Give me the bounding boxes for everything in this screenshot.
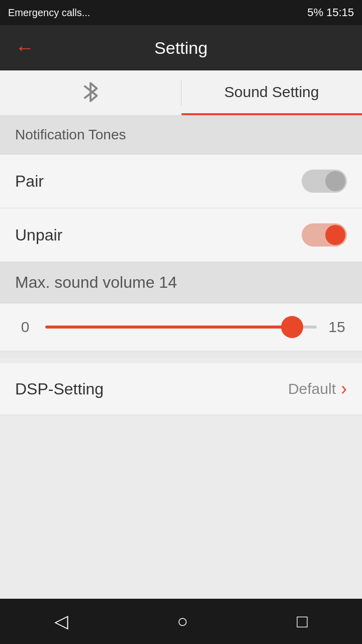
- top-bar: ← Setting: [0, 25, 362, 70]
- tab-sound-label: Sound Setting: [224, 84, 319, 101]
- page-title: Setting: [154, 38, 208, 58]
- content-area: Notification Tones Pair Unpair Max. soun…: [0, 116, 362, 599]
- notification-tones-header: Notification Tones: [0, 116, 362, 154]
- gap-divider: [0, 351, 362, 358]
- carrier-text: Emergency calls...: [8, 7, 90, 19]
- volume-slider-row: 0 15: [0, 303, 362, 351]
- unpair-row: Unpair: [0, 208, 362, 262]
- battery-text: 5%: [307, 6, 323, 19]
- back-button[interactable]: ←: [15, 37, 34, 59]
- pair-row: Pair: [0, 154, 362, 208]
- volume-slider-thumb[interactable]: [281, 316, 303, 338]
- chevron-right-icon: ›: [341, 378, 347, 399]
- pair-toggle-thumb: [325, 171, 345, 191]
- dsp-right: Default ›: [288, 378, 347, 399]
- status-bar: Emergency calls... 5% 15:15: [0, 0, 362, 25]
- volume-slider-track-container[interactable]: [45, 325, 317, 329]
- dsp-value: Default: [288, 380, 336, 397]
- tab-bluetooth[interactable]: [0, 70, 181, 115]
- time-text: 15:15: [326, 6, 354, 19]
- bluetooth-icon: [79, 79, 102, 105]
- pair-toggle[interactable]: [302, 170, 347, 193]
- volume-max-label: 15: [327, 318, 347, 336]
- unpair-label: Unpair: [15, 226, 62, 245]
- nav-bar: ◁ ○ □: [0, 599, 362, 644]
- status-icons: 5% 15:15: [307, 6, 354, 19]
- tab-bar: Sound Setting: [0, 70, 362, 116]
- volume-min-label: 0: [15, 318, 35, 336]
- volume-section: Max. sound volume 14: [0, 262, 362, 303]
- tab-sound[interactable]: Sound Setting: [182, 70, 363, 115]
- volume-slider-track: [45, 326, 317, 329]
- nav-back-button[interactable]: ◁: [34, 606, 88, 637]
- dsp-row[interactable]: DSP-Setting Default ›: [0, 363, 362, 415]
- nav-recent-button[interactable]: □: [277, 606, 328, 637]
- nav-home-button[interactable]: ○: [157, 606, 208, 637]
- unpair-toggle[interactable]: [302, 223, 347, 247]
- pair-label: Pair: [15, 172, 44, 191]
- unpair-toggle-thumb: [325, 225, 345, 245]
- volume-header: Max. sound volume 14: [0, 262, 362, 303]
- dsp-label: DSP-Setting: [15, 380, 104, 398]
